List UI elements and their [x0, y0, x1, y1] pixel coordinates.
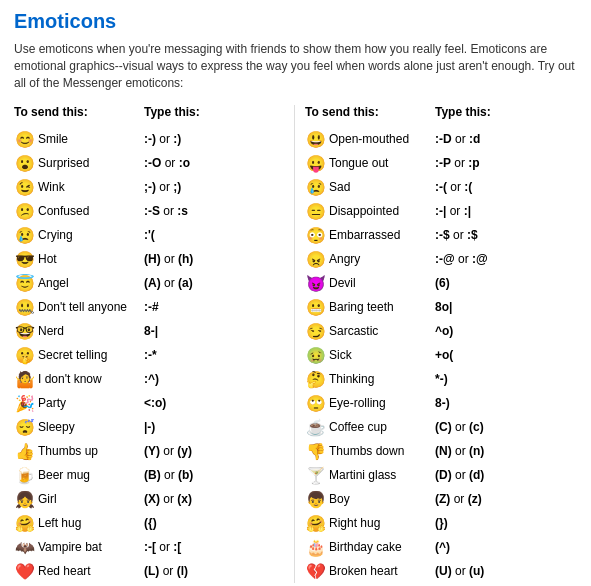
- list-item: 😬Baring teeth8o|: [305, 295, 577, 319]
- emote-name: Crying: [36, 228, 144, 242]
- emote-code: (U) or (u): [435, 564, 484, 578]
- emote-icon: 👎: [305, 441, 327, 461]
- left-type-this-header: Type this:: [144, 105, 200, 119]
- emote-icon: 😉: [14, 177, 36, 197]
- emote-icon: 🤢: [305, 345, 327, 365]
- emote-code: :-@ or :@: [435, 252, 488, 266]
- emote-name: Surprised: [36, 156, 144, 170]
- list-item: 😮Surprised:-O or :o: [14, 151, 286, 175]
- emote-name: Coffee cup: [327, 420, 435, 434]
- emote-icon: 😢: [14, 225, 36, 245]
- emote-icon: ❤️: [14, 561, 36, 581]
- list-item: 😊Smile:-) or :): [14, 127, 286, 151]
- emote-name: Sarcastic: [327, 324, 435, 338]
- list-item: 😎Hot(H) or (h): [14, 247, 286, 271]
- emote-name: Red heart: [36, 564, 144, 578]
- emote-code: 8-): [435, 396, 450, 410]
- emote-icon: 🤗: [305, 513, 327, 533]
- emote-icon: ☕: [305, 417, 327, 437]
- emote-icon: 😬: [305, 297, 327, 317]
- emote-name: Don't tell anyone: [36, 300, 144, 314]
- list-item: 🍺Beer mug(B) or (b): [14, 463, 286, 487]
- emote-name: Beer mug: [36, 468, 144, 482]
- emote-icon: 😛: [305, 153, 327, 173]
- emote-code: (D) or (d): [435, 468, 484, 482]
- list-item: 😴Sleepy|-): [14, 415, 286, 439]
- emote-code: :-*: [144, 348, 157, 362]
- emote-name: I don't know: [36, 372, 144, 386]
- list-item: 😑Disappointed:-| or :|: [305, 199, 577, 223]
- emote-icon: 🦇: [14, 537, 36, 557]
- emote-code: :-O or :o: [144, 156, 190, 170]
- emote-icon: 🍸: [305, 465, 327, 485]
- emote-name: Eye-rolling: [327, 396, 435, 410]
- emote-icon: 😊: [14, 129, 36, 149]
- list-item: 🎂Birthday cake(^): [305, 535, 577, 559]
- emote-icon: 🤫: [14, 345, 36, 365]
- emote-name: Sad: [327, 180, 435, 194]
- emote-name: Confused: [36, 204, 144, 218]
- emote-code: (6): [435, 276, 450, 290]
- emote-code: (B) or (b): [144, 468, 193, 482]
- emote-code: 8-|: [144, 324, 158, 338]
- emote-code: :-) or :): [144, 132, 181, 146]
- emote-code: ;-) or ;): [144, 180, 181, 194]
- left-to-send-header: To send this:: [14, 105, 144, 119]
- emote-code: :^): [144, 372, 159, 386]
- list-item: 🤗Right hug(}): [305, 511, 577, 535]
- emote-icon: 👦: [305, 489, 327, 509]
- emote-icon: 😎: [14, 249, 36, 269]
- list-item: 😢Sad:-( or :(: [305, 175, 577, 199]
- emote-icon: 😃: [305, 129, 327, 149]
- emote-icon: 🎉: [14, 393, 36, 413]
- list-item: 💔Broken heart(U) or (u): [305, 559, 577, 583]
- list-item: 🤗Left hug({): [14, 511, 286, 535]
- emote-name: Disappointed: [327, 204, 435, 218]
- emote-icon: 💔: [305, 561, 327, 581]
- emote-code: (L) or (l): [144, 564, 188, 578]
- list-item: 🦇Vampire bat:-[ or :[: [14, 535, 286, 559]
- emote-code: :'(: [144, 228, 155, 242]
- list-item: 🤓Nerd8-|: [14, 319, 286, 343]
- page-title: Emoticons: [14, 10, 577, 33]
- emote-name: Angel: [36, 276, 144, 290]
- left-emote-list: 😊Smile:-) or :)😮Surprised:-O or :o😉Wink;…: [14, 127, 286, 583]
- emote-code: (H) or (h): [144, 252, 193, 266]
- list-item: 😕Confused:-S or :s: [14, 199, 286, 223]
- emote-name: Angry: [327, 252, 435, 266]
- emote-icon: 😕: [14, 201, 36, 221]
- emote-icon: 😢: [305, 177, 327, 197]
- emote-code: |-): [144, 420, 155, 434]
- emote-name: Wink: [36, 180, 144, 194]
- emote-code: (A) or (a): [144, 276, 193, 290]
- emote-icon: 😇: [14, 273, 36, 293]
- emote-name: Boy: [327, 492, 435, 506]
- emote-name: Thumbs up: [36, 444, 144, 458]
- emote-code: :-[ or :[: [144, 540, 181, 554]
- emote-name: Hot: [36, 252, 144, 266]
- emote-code: ({): [144, 516, 157, 530]
- list-item: 🎉Party<:o): [14, 391, 286, 415]
- list-item: 😳Embarrassed:-$ or :$: [305, 223, 577, 247]
- emote-name: Nerd: [36, 324, 144, 338]
- emote-name: Secret telling: [36, 348, 144, 362]
- intro-text: Use emoticons when you're messaging with…: [14, 41, 577, 91]
- emote-name: Sick: [327, 348, 435, 362]
- emote-icon: 😏: [305, 321, 327, 341]
- emote-name: Party: [36, 396, 144, 410]
- emote-icon: 👍: [14, 441, 36, 461]
- list-item: 👎Thumbs down(N) or (n): [305, 439, 577, 463]
- emote-icon: 😮: [14, 153, 36, 173]
- emote-code: ^o): [435, 324, 453, 338]
- emote-icon: 🎂: [305, 537, 327, 557]
- emote-icon: 🤐: [14, 297, 36, 317]
- emote-name: Left hug: [36, 516, 144, 530]
- emote-code: :-#: [144, 300, 159, 314]
- right-to-send-header: To send this:: [305, 105, 435, 119]
- emote-code: :-$ or :$: [435, 228, 478, 242]
- emote-name: Sleepy: [36, 420, 144, 434]
- emote-code: :-P or :p: [435, 156, 480, 170]
- list-item: 😉Wink;-) or ;): [14, 175, 286, 199]
- list-item: 😢Crying:'(: [14, 223, 286, 247]
- emote-code: (Z) or (z): [435, 492, 482, 506]
